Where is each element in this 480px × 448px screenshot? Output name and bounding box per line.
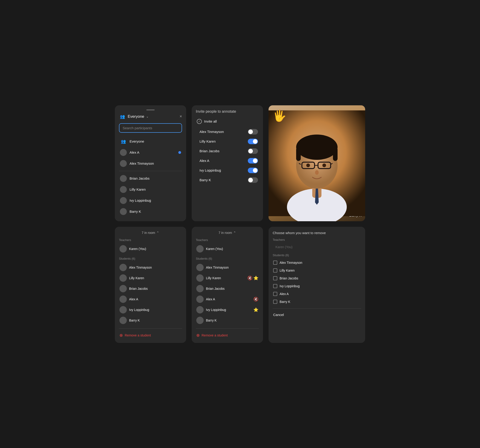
teachers-label-1: Teachers xyxy=(119,238,182,242)
name-brian: Brian Jacobs xyxy=(130,176,149,180)
remove-icon-2: ⊗ xyxy=(196,333,200,338)
invite-name-barry: Barry K xyxy=(199,178,245,182)
remove-student-barry[interactable]: Barry K xyxy=(273,298,361,306)
checkbox-alex-t[interactable] xyxy=(273,260,277,265)
remove-student-btn-1[interactable]: ⊗ Remove a student xyxy=(119,330,182,339)
list-item-brian[interactable]: Brian Jacobs xyxy=(119,173,182,184)
remove-student-alex-t[interactable]: Alex Tinmayson xyxy=(273,259,361,266)
invite-name-alexa: Alex A xyxy=(199,159,245,163)
list-item-everyone[interactable]: 👥 Everyone xyxy=(119,136,182,147)
svg-point-5 xyxy=(296,134,338,160)
toggle-lilly[interactable] xyxy=(248,139,258,144)
avatar-student-ivy-2 xyxy=(196,306,204,314)
invite-all-row[interactable]: ✓ Invite all xyxy=(196,117,259,126)
student-name-barry-1: Barry K xyxy=(129,319,140,322)
avatar-student-barry-1 xyxy=(120,317,127,324)
room-panel-2: 7 in room ⌃ Teachers Karen (You) Student… xyxy=(192,227,263,343)
list-item-alex-a[interactable]: Alex A xyxy=(119,147,182,158)
cancel-button[interactable]: Cancel xyxy=(273,310,361,318)
room-header-1: 7 in room ⌃ xyxy=(119,231,182,235)
mute-badge-alexa: 🔇 xyxy=(253,297,258,302)
invite-item-ivy: Ivy Loppinbug xyxy=(196,166,259,175)
toggle-barry[interactable] xyxy=(248,177,258,183)
remove-name-ivy: Ivy Loppinbug xyxy=(280,284,300,288)
checkbox-ivy[interactable] xyxy=(273,284,277,288)
chevron-up-icon-1: ⌃ xyxy=(156,231,159,235)
invite-panel: Invite people to annotate ✓ Invite all A… xyxy=(192,105,263,221)
remove-student-ivy[interactable]: Ivy Loppinbug xyxy=(273,282,361,290)
ivy-badges: ⭐ xyxy=(253,307,258,312)
svg-point-13 xyxy=(306,163,310,167)
remove-student-brian[interactable]: Brian Jacobs xyxy=(273,274,361,282)
avatar-ivy xyxy=(120,197,127,204)
checkbox-brian[interactable] xyxy=(273,276,277,280)
checkbox-barry[interactable] xyxy=(273,300,277,304)
remove-icon-1: ⊗ xyxy=(120,333,123,338)
invite-item-alex-t: Alex Tinmayson xyxy=(196,127,259,137)
student-name-brian-1: Brian Jacobs xyxy=(129,287,148,290)
name-alex-t: Alex Tinmayson xyxy=(130,161,154,165)
toggle-ivy[interactable] xyxy=(248,168,258,173)
checkbox-alexa[interactable] xyxy=(273,292,277,296)
list-item-ivy[interactable]: Ivy Loppinbug xyxy=(119,195,182,206)
cancel-label: Cancel xyxy=(273,313,284,317)
teachers-label-2: Teachers xyxy=(196,238,259,242)
toggle-alex-t[interactable] xyxy=(248,129,258,134)
toggle-alexa[interactable] xyxy=(248,158,258,163)
invite-name-lilly: Lilly Karen xyxy=(199,139,245,143)
search-input[interactable] xyxy=(119,123,182,133)
video-panel: 🖐 Barry K xyxy=(268,105,365,221)
checkbox-lilly[interactable] xyxy=(273,268,277,273)
remove-panel: Choose whom you want to remove Teachers … xyxy=(268,227,365,343)
toggle-brian[interactable] xyxy=(248,148,258,154)
avatar-student-lilly-1 xyxy=(120,274,127,282)
student-name-alex-t-1: Alex Tinmayson xyxy=(129,266,152,269)
avatar-student-alexa-2 xyxy=(196,295,204,303)
chevron-up-icon-2: ⌃ xyxy=(233,231,236,235)
student-name-alexa-1: Alex A xyxy=(129,297,138,301)
divider xyxy=(119,171,182,171)
panel-header: 👥 Everyone ⌄ × xyxy=(119,113,182,120)
remove-student-alexa[interactable]: Alex A xyxy=(273,290,361,298)
student-name-alex-t-2: Alex Tinmayson xyxy=(206,266,229,269)
list-item-lilly[interactable]: Lilly Karen xyxy=(119,184,182,195)
remove-name-alexa: Alex A xyxy=(280,292,289,296)
alexa-badges: 🔇 xyxy=(253,297,258,302)
avatar-student-alexa-1 xyxy=(120,295,127,303)
avatar-lilly xyxy=(120,186,127,193)
invite-title: Invite people to annotate xyxy=(196,110,259,114)
students-label-1: Students (6) xyxy=(119,257,182,260)
room-count-1: 7 in room xyxy=(142,231,155,235)
avatar-student-brian-1 xyxy=(120,285,127,292)
invite-name-alex-t: Alex Tinmayson xyxy=(199,130,245,134)
student-item-alexa-1: Alex A xyxy=(119,294,182,304)
remove-label-1: Remove a student xyxy=(125,334,151,337)
invite-name-ivy: Ivy Loppinbug xyxy=(199,168,245,172)
student-name-brian-2: Brian Jacobs xyxy=(206,287,225,290)
check-circle-icon: ✓ xyxy=(197,119,202,124)
invite-name-brian: Brian Jacobs xyxy=(199,149,245,153)
student-name-alexa-2: Alex A xyxy=(206,297,215,301)
student-item-ivy-1: Ivy Loppinbug xyxy=(119,304,182,315)
invite-item-alexa: Alex A xyxy=(196,156,259,166)
list-item-barry[interactable]: Barry K xyxy=(119,206,182,217)
student-name-barry-2: Barry K xyxy=(206,319,217,322)
avatar-alex-t xyxy=(120,160,127,167)
close-icon[interactable]: × xyxy=(179,114,182,119)
remove-teacher-list: Karen (You) xyxy=(273,243,361,251)
avatar-student-alex-t-1 xyxy=(120,264,127,271)
avatar-student-lilly-2 xyxy=(196,274,204,282)
everyone-group-icon: 👥 xyxy=(120,138,127,145)
list-item-alex-t[interactable]: Alex Tinmayson xyxy=(119,158,182,169)
teacher-item-karen-1: Karen (You) xyxy=(119,244,182,254)
student-item-lilly-1: Lilly Karen xyxy=(119,273,182,283)
name-alex-a: Alex A xyxy=(130,150,140,154)
star-badge-lilly: ⭐ xyxy=(253,275,258,280)
student-item-barry-2: Barry K xyxy=(196,315,259,326)
chevron-down-icon[interactable]: ⌄ xyxy=(146,115,149,118)
remove-student-btn-2[interactable]: ⊗ Remove a student xyxy=(196,330,259,339)
remove-student-lilly[interactable]: Lilly Karen xyxy=(273,266,361,274)
participant-list: 👥 Everyone Alex A Alex Tinmayson Brian J… xyxy=(119,136,182,217)
student-item-lilly-2: Lilly Karen 🔇 ⭐ xyxy=(196,273,259,283)
svg-point-14 xyxy=(322,163,326,167)
